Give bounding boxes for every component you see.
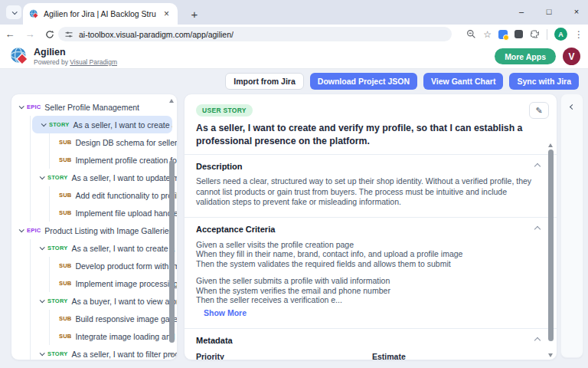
tree-item-label: Integrate image loading and lazy... (75, 332, 177, 341)
sync-with-jira-button[interactable]: Sync with Jira (509, 73, 579, 90)
tab-close-icon[interactable]: × (162, 8, 172, 19)
story-tag: STORY (47, 245, 67, 251)
bookmark-star-icon[interactable]: ☆ (483, 29, 492, 40)
tree-item-subtask[interactable]: SUB Integrate image loading and lazy... (50, 327, 177, 345)
acceptance-group-1: Given a seller visits the profile creati… (196, 240, 540, 268)
tree-item-subtask[interactable]: SUB Develop product form with imag... (50, 257, 177, 274)
scroll-down-icon[interactable] (169, 353, 174, 356)
priority-label: Priority (196, 352, 372, 360)
story-tag: STORY (47, 174, 67, 181)
tree-item-label: Product Listing with Image Galleries (44, 226, 173, 235)
tree-item-subtask[interactable]: SUB Design DB schema for seller pro... (50, 133, 177, 151)
show-more-link[interactable]: Show More (204, 308, 247, 317)
tree-item-story-selected[interactable]: STORY As a seller, I want to create and … (32, 116, 172, 133)
story-tag: STORY (49, 121, 69, 128)
chevron-up-icon[interactable] (534, 163, 541, 169)
tree-item-label: Add edit functionality to profile ... (75, 191, 177, 200)
tree-item-subtask[interactable]: SUB Implement profile creation form ... (50, 151, 177, 169)
new-tab-button[interactable]: + (187, 6, 202, 21)
tree-item-subtask[interactable]: SUB Add edit functionality to profile ..… (50, 186, 177, 204)
agilien-logo (10, 47, 29, 66)
user-story-badge: USER STORY (196, 104, 253, 117)
url-text[interactable]: ai-toolbox.visual-paradigm.com/app/agili… (79, 30, 234, 39)
metadata-heading: Metadata (196, 336, 233, 345)
estimate-label: Estimate (372, 352, 540, 360)
navbar-right-icons: ☆ A ⋮ (466, 25, 583, 44)
forward-icon[interactable]: → (20, 28, 40, 40)
extension-blue-icon[interactable] (498, 30, 508, 39)
acceptance-group-2: Given the seller submits a profile with … (196, 276, 540, 304)
edit-icon: ✎ (535, 106, 542, 116)
tree-item-label: Implement image processing pip... (75, 279, 177, 288)
metadata-section-header: Metadata (196, 336, 540, 345)
tree-item-label: As a buyer, I want to view a pro... (71, 297, 177, 306)
scroll-up-icon[interactable] (548, 143, 553, 147)
extensions-puzzle-icon[interactable] (530, 29, 540, 39)
chevron-up-icon[interactable] (534, 337, 541, 343)
chevron-down-icon[interactable] (40, 350, 45, 356)
acceptance-line: Given a seller visits the profile creati… (196, 240, 540, 249)
menu-kebab-icon[interactable]: ⋮ (574, 29, 583, 40)
more-apps-button[interactable]: More Apps (495, 48, 556, 64)
visual-paradigm-link[interactable]: Visual Paradigm (70, 58, 117, 66)
chevron-down-icon[interactable] (40, 297, 45, 303)
tree-item-story[interactable]: STORY As a seller, I want to update my..… (31, 169, 177, 186)
divider (185, 328, 557, 329)
vp-account-badge[interactable]: V (563, 48, 580, 65)
site-settings-icon[interactable] (64, 30, 74, 39)
chevron-down-icon[interactable] (40, 174, 45, 179)
description-section-header: Description (196, 162, 540, 171)
scroll-down-icon[interactable] (548, 353, 553, 357)
edit-button[interactable]: ✎ (529, 102, 549, 119)
tree-item-label: Seller Profile Management (44, 103, 139, 112)
browser-tab[interactable]: Agilien for Jira | AI Backlog Stru × (23, 3, 178, 25)
tree-item-label: As a seller, I want to create and ... (73, 120, 172, 130)
tree-item-story[interactable]: STORY As a seller, I want to create a pr… (31, 239, 177, 257)
window-controls: – □ × (516, 0, 582, 23)
chevron-up-icon[interactable] (534, 226, 541, 232)
tree-item-subtask[interactable]: SUB Implement image processing pip... (50, 274, 177, 292)
tree-item-label: Implement file upload handler fo... (75, 209, 177, 218)
story-scrollbar[interactable] (547, 142, 554, 359)
tree-item-subtask[interactable]: SUB Build responsive image gallery co... (50, 310, 177, 327)
tree-item-label: Implement profile creation form ... (75, 156, 177, 165)
metadata-grid: Priority High Estimate 8 (196, 352, 540, 360)
epic-tag: EPIC (27, 227, 41, 234)
profile-avatar[interactable]: A (554, 28, 567, 41)
reload-icon[interactable] (40, 30, 60, 39)
agilien-favicon (29, 9, 39, 19)
chevron-down-icon[interactable] (40, 245, 45, 250)
acceptance-line: When the system verifies the email and p… (196, 286, 540, 295)
app-name: Agilien (34, 47, 117, 58)
scroll-up-icon[interactable] (169, 99, 174, 103)
tab-list-chevron-button[interactable] (6, 5, 21, 19)
tree-item-epic[interactable]: EPIC Product Listing with Image Gallerie… (11, 222, 177, 239)
back-icon[interactable]: ← (0, 28, 20, 40)
description-heading: Description (196, 162, 243, 171)
description-body: Sellers need a clear, structured way to … (196, 176, 542, 208)
window-close-button[interactable]: × (571, 7, 582, 16)
zoom-icon[interactable] (466, 29, 476, 39)
browser-tab-strip: Agilien for Jira | AI Backlog Stru × + –… (0, 0, 588, 25)
chevron-down-icon[interactable] (19, 227, 24, 232)
story-tag: STORY (47, 350, 67, 357)
tree-item-story[interactable]: STORY As a seller, I want to filter prod… (31, 345, 177, 360)
tree-item-label: Design DB schema for seller pro... (75, 138, 177, 147)
tree-item-story[interactable]: STORY As a buyer, I want to view a pro..… (31, 292, 177, 310)
download-project-json-button[interactable]: Download Project JSON (310, 73, 417, 90)
import-from-jira-button[interactable]: Import from Jira (225, 73, 304, 90)
url-bar[interactable]: ai-toolbox.visual-paradigm.com/app/agili… (58, 27, 452, 41)
tree-item-subtask[interactable]: SUB Implement file upload handler fo... (50, 204, 177, 222)
chevron-left-icon[interactable] (570, 104, 575, 110)
chevron-down-icon[interactable] (19, 104, 24, 109)
scrollbar-thumb[interactable] (548, 150, 554, 341)
window-minimize-button[interactable]: – (516, 7, 527, 16)
window-maximize-button[interactable]: □ (544, 7, 554, 16)
extension-dark-icon[interactable] (514, 30, 523, 38)
sub-tag: SUB (59, 280, 71, 287)
chevron-down-icon[interactable] (41, 121, 47, 127)
tree-item-epic[interactable]: EPIC Seller Profile Management (11, 98, 177, 116)
view-gantt-chart-button[interactable]: View Gantt Chart (423, 73, 503, 90)
tree-scrollbar[interactable] (168, 97, 175, 358)
scrollbar-thumb[interactable] (169, 160, 175, 343)
